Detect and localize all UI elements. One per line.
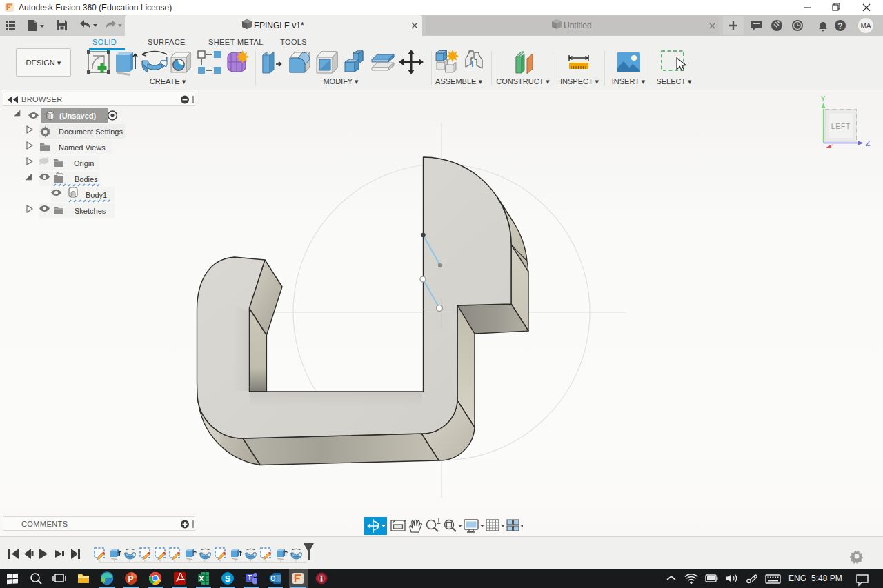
svg-text:(Unsaved): (Unsaved) bbox=[59, 112, 97, 120]
svg-text:CONSTRUCT ▾: CONSTRUCT ▾ bbox=[496, 77, 550, 85]
svg-text:Document Settings: Document Settings bbox=[59, 128, 123, 136]
svg-text:Untitled: Untitled bbox=[564, 21, 592, 30]
svg-text:Z: Z bbox=[866, 139, 871, 148]
svg-text:?: ? bbox=[837, 21, 842, 31]
svg-text:Sketches: Sketches bbox=[75, 207, 106, 215]
svg-text:Named Views: Named Views bbox=[59, 143, 106, 152]
svg-text:P: P bbox=[128, 574, 133, 584]
svg-text:Bodies: Bodies bbox=[75, 175, 98, 183]
svg-text:ENG: ENG bbox=[788, 574, 806, 583]
svg-text:5:48 PM: 5:48 PM bbox=[811, 574, 842, 583]
svg-text:INSERT ▾: INSERT ▾ bbox=[612, 77, 646, 85]
svg-text:SELECT ▾: SELECT ▾ bbox=[656, 77, 692, 85]
svg-text:S: S bbox=[225, 574, 231, 584]
svg-text:Body1: Body1 bbox=[86, 191, 107, 199]
svg-text:CREATE ▾: CREATE ▾ bbox=[150, 77, 186, 85]
svg-text:MA: MA bbox=[861, 22, 871, 30]
svg-text:Y: Y bbox=[821, 95, 826, 103]
svg-text:EPINGLE v1*: EPINGLE v1* bbox=[254, 21, 304, 30]
svg-text:ASSEMBLE ▾: ASSEMBLE ▾ bbox=[435, 77, 482, 85]
svg-text:T: T bbox=[248, 574, 252, 582]
svg-text:LEFT: LEFT bbox=[831, 123, 851, 130]
svg-text:INSPECT ▾: INSPECT ▾ bbox=[560, 77, 599, 85]
svg-text:Origin: Origin bbox=[74, 159, 94, 168]
svg-text:MODIFY ▾: MODIFY ▾ bbox=[323, 77, 359, 85]
